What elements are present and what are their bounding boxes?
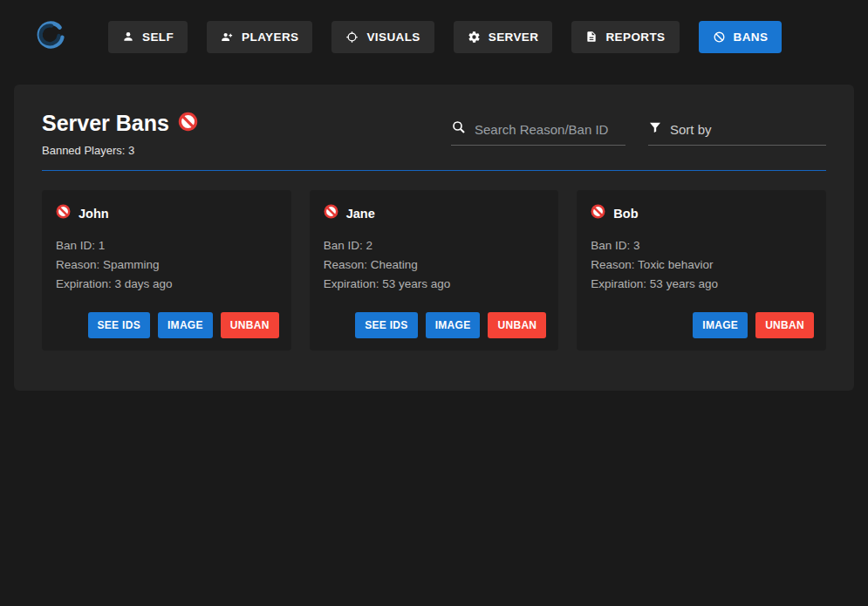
ban-icon (324, 204, 338, 222)
image-button[interactable]: IMAGE (158, 312, 213, 338)
see-ids-button[interactable]: SEE IDS (355, 312, 417, 338)
nav-tab-self[interactable]: SELF (108, 21, 188, 53)
ban-card-header: Jane (324, 204, 547, 222)
unban-button[interactable]: UNBAN (488, 312, 546, 338)
gear-icon (468, 31, 481, 44)
nav-tab-label: SERVER (489, 31, 539, 44)
sort-by-select[interactable]: Sort by (648, 119, 826, 146)
banned-player-name: Jane (346, 207, 375, 221)
ban-expiration: Expiration: 3 days ago (56, 275, 279, 294)
header-divider (42, 170, 826, 171)
unban-button[interactable]: UNBAN (755, 312, 814, 338)
image-button[interactable]: IMAGE (426, 312, 481, 338)
sort-by-label: Sort by (670, 122, 712, 137)
search-input[interactable] (475, 122, 625, 137)
nav-items: SELF PLAYERS VISUALS (108, 21, 782, 53)
nav-tab-reports[interactable]: REPORTS (571, 21, 679, 53)
nav-tab-label: REPORTS (605, 31, 665, 44)
banned-player-name: John (79, 207, 109, 221)
ban-id: Ban ID: 3 (591, 236, 814, 255)
ban-expiration: Expiration: 53 years ago (324, 275, 547, 294)
ban-details: Ban ID: 1 Reason: Spamming Expiration: 3… (56, 236, 279, 294)
ban-card-header: John (56, 204, 279, 222)
search-field[interactable] (451, 119, 625, 146)
ban-icon (713, 31, 726, 44)
ban-reason: Reason: Spamming (56, 255, 279, 275)
panel-header: Server Bans Banned Players: 3 (42, 111, 826, 157)
nav-tab-server[interactable]: SERVER (454, 21, 553, 53)
ban-icon (591, 204, 605, 222)
ban-expiration: Expiration: 53 years ago (591, 275, 814, 294)
ban-title-icon (178, 112, 198, 135)
image-button[interactable]: IMAGE (693, 312, 748, 338)
nav-tab-players[interactable]: PLAYERS (207, 21, 312, 53)
nav-tab-label: VISUALS (366, 31, 420, 44)
ban-id: Ban ID: 1 (56, 236, 279, 255)
ban-details: Ban ID: 2 Reason: Cheating Expiration: 5… (324, 236, 547, 294)
ban-card: Bob Ban ID: 3 Reason: Toxic behavior Exp… (577, 190, 826, 351)
ban-card-actions: SEE IDS IMAGE UNBAN (324, 312, 547, 338)
ban-card-header: Bob (591, 204, 814, 222)
nav-tab-label: BANS (734, 31, 769, 44)
ban-card: Jane Ban ID: 2 Reason: Cheating Expirati… (310, 190, 559, 351)
ban-card-actions: IMAGE UNBAN (591, 312, 814, 338)
panel-controls: Sort by (451, 119, 826, 146)
ban-card: John Ban ID: 1 Reason: Spamming Expirati… (42, 190, 291, 351)
search-icon (451, 119, 467, 139)
unban-button[interactable]: UNBAN (221, 312, 279, 338)
person-icon (122, 31, 134, 43)
banned-player-name: Bob (613, 207, 638, 221)
ban-icon (56, 204, 71, 222)
ban-reason: Reason: Cheating (324, 255, 547, 275)
players-icon (221, 31, 234, 44)
report-icon (585, 31, 598, 43)
top-nav: SELF PLAYERS VISUALS (0, 0, 868, 73)
nav-tab-visuals[interactable]: VISUALS (331, 21, 434, 53)
filter-icon (648, 120, 662, 138)
ban-id: Ban ID: 2 (324, 236, 547, 255)
banned-players-count: Banned Players: 3 (42, 144, 198, 157)
ban-details: Ban ID: 3 Reason: Toxic behavior Expirat… (591, 236, 814, 294)
swirl-logo-icon (34, 18, 67, 55)
title-block: Server Bans Banned Players: 3 (42, 111, 198, 157)
server-bans-panel: Server Bans Banned Players: 3 (14, 85, 854, 391)
ban-card-actions: SEE IDS IMAGE UNBAN (56, 312, 279, 338)
nav-tab-label: SELF (142, 31, 174, 44)
see-ids-button[interactable]: SEE IDS (88, 312, 150, 338)
nav-tab-label: PLAYERS (242, 31, 298, 44)
nav-tab-bans[interactable]: BANS (699, 21, 783, 53)
crosshair-icon (345, 31, 359, 44)
ban-cards: John Ban ID: 1 Reason: Spamming Expirati… (42, 190, 826, 351)
ban-reason: Reason: Toxic behavior (591, 255, 814, 275)
page-title: Server Bans (42, 111, 169, 136)
app-logo (33, 19, 68, 54)
